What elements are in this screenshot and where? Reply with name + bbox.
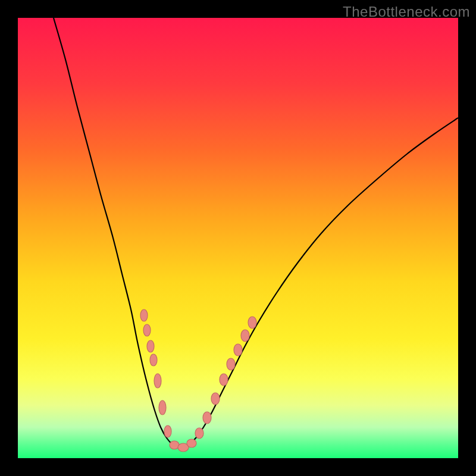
curve-marker [159, 400, 166, 415]
curve-marker [164, 425, 171, 437]
curve-marker [203, 412, 211, 424]
curve-marker [195, 428, 203, 439]
plot-area [18, 18, 458, 458]
curve-marker [147, 340, 154, 352]
chart-stage: TheBottleneck.com [0, 0, 476, 476]
curve-marker [187, 439, 196, 447]
curve-marker [234, 344, 242, 356]
curve-marker [241, 330, 249, 342]
curve-marker [140, 309, 148, 321]
curve-layer [18, 18, 458, 458]
curve-marker [150, 354, 157, 366]
bottleneck-curve [54, 18, 458, 447]
curve-markers [140, 309, 256, 452]
curve-marker [154, 374, 161, 388]
curve-marker [220, 374, 228, 386]
curve-marker [227, 358, 235, 370]
curve-marker [248, 317, 256, 328]
curve-marker [211, 393, 220, 405]
watermark-text: TheBottleneck.com [343, 4, 470, 20]
curve-marker [143, 324, 151, 336]
